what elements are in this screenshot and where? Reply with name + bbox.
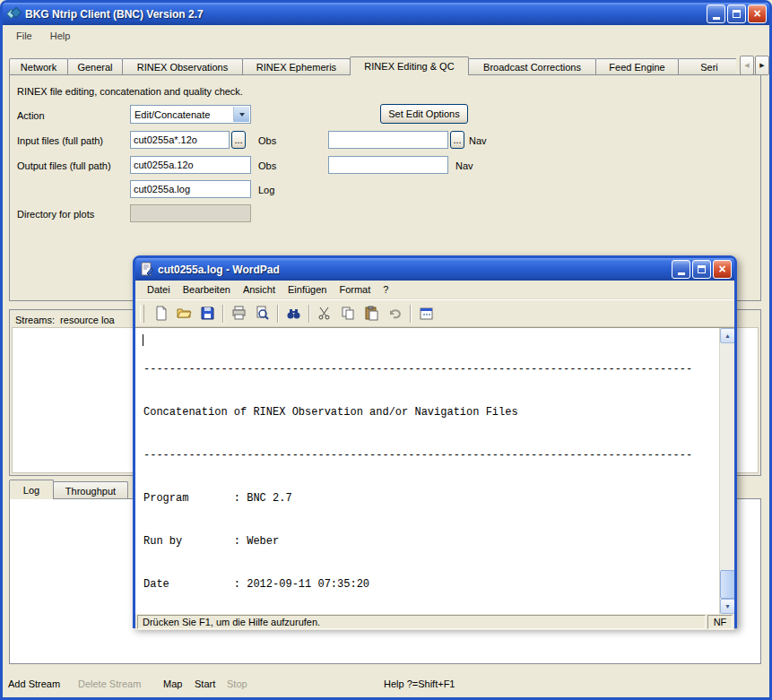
wordpad-maximize-button[interactable] xyxy=(692,260,711,279)
maximize-button[interactable] xyxy=(727,4,746,23)
delete-stream-button: Delete Stream xyxy=(78,677,141,691)
toolbar-separator xyxy=(277,305,278,323)
toolbar-separator xyxy=(308,305,309,323)
input-obs-field[interactable] xyxy=(130,131,230,149)
stop-button: Stop xyxy=(227,677,247,691)
help-button[interactable]: Help ?=Shift+F1 xyxy=(384,677,455,691)
tab-scroll-left-icon[interactable]: ◀ xyxy=(740,56,754,75)
undo-icon xyxy=(384,303,405,324)
desktop: BKG Ntrip Client (BNC) Version 2.7 × Fil… xyxy=(0,0,772,700)
tab-rinex-editing-qc[interactable]: RINEX Editing & QC xyxy=(350,56,469,75)
insert-datetime-icon[interactable] xyxy=(415,303,437,324)
menu-format[interactable]: Format xyxy=(333,282,377,297)
vertical-scrollbar[interactable]: ▲ ▼ xyxy=(719,328,734,614)
output-files-label: Output files (full path) xyxy=(17,160,111,171)
tab-general[interactable]: General xyxy=(67,58,123,75)
input-files-label: Input files (full path) xyxy=(17,135,103,146)
log-line: Run by : Weber xyxy=(143,534,719,549)
bottom-tab-log[interactable]: Log xyxy=(9,480,54,499)
scroll-down-icon[interactable]: ▼ xyxy=(720,599,734,614)
bottom-action-bar: Add Stream Delete Stream Map Start Stop … xyxy=(3,677,769,696)
log-line: Program : BNC 2.7 xyxy=(143,491,719,506)
wordpad-titlebar[interactable]: cut0255a.log - WordPad × xyxy=(135,258,734,281)
wordpad-toolbar xyxy=(135,299,734,327)
print-preview-icon[interactable] xyxy=(251,303,273,324)
wordpad-app-icon xyxy=(140,262,154,278)
new-document-icon[interactable] xyxy=(150,303,171,324)
toolbar-separator xyxy=(222,305,223,323)
wordpad-close-button[interactable]: × xyxy=(713,260,732,279)
tab-network[interactable]: Network xyxy=(9,58,68,75)
tab-rinex-observations[interactable]: RINEX Observations xyxy=(122,58,243,75)
input-nav-field[interactable] xyxy=(328,131,448,149)
plots-dir-label: Directory for plots xyxy=(17,209,94,220)
tab-scroll-right-icon[interactable]: ▶ xyxy=(755,56,769,75)
menu-hilfe[interactable]: ? xyxy=(377,282,395,297)
save-icon[interactable] xyxy=(196,303,218,324)
input-obs-browse-button[interactable]: ... xyxy=(231,131,246,149)
tab-serial[interactable]: Seri xyxy=(678,58,736,75)
tab-feed-engine[interactable]: Feed Engine xyxy=(595,58,679,75)
menu-file[interactable]: File xyxy=(11,29,38,43)
bnc-titlebar[interactable]: BKG Ntrip Client (BNC) Version 2.7 × xyxy=(3,3,769,25)
output-nav-label: Nav xyxy=(455,160,473,171)
document-text: ----------------------------------------… xyxy=(135,328,719,614)
menu-help[interactable]: Help xyxy=(45,29,76,43)
cut-icon[interactable] xyxy=(314,303,335,324)
bnc-window-title: BKG Ntrip Client (BNC) Version 2.7 xyxy=(25,8,204,21)
wordpad-window-title: cut0255a.log - WordPad xyxy=(158,264,280,276)
menu-einfuegen[interactable]: Einfügen xyxy=(282,282,333,297)
panel-description: RINEX file editing, concatenation and qu… xyxy=(17,86,243,97)
bottom-tab-throughput[interactable]: Throughput xyxy=(53,481,128,499)
input-obs-label: Obs xyxy=(258,135,276,146)
bnc-app-icon xyxy=(7,6,22,22)
bnc-tabbar: Network General RINEX Observations RINEX… xyxy=(9,56,736,75)
bnc-menubar: File Help xyxy=(3,25,75,47)
action-combobox-value: Edit/Concatenate xyxy=(134,109,210,120)
minimize-button[interactable] xyxy=(707,4,725,23)
add-stream-button[interactable]: Add Stream xyxy=(8,677,60,691)
output-obs-label: Obs xyxy=(258,160,276,171)
action-label: Action xyxy=(17,110,45,121)
paste-icon[interactable] xyxy=(360,303,382,324)
menu-datei[interactable]: Datei xyxy=(141,282,177,297)
wordpad-window: cut0255a.log - WordPad × Datei Bearbeite… xyxy=(133,255,737,628)
plots-dir-field xyxy=(130,204,251,222)
log-line: Date : 2012-09-11 07:35:20 xyxy=(143,577,719,592)
output-log-label: Log xyxy=(258,185,274,195)
wordpad-statusbar: Drücken Sie F1, um die Hilfe aufzurufen.… xyxy=(135,614,734,630)
copy-icon[interactable] xyxy=(337,303,359,324)
tab-broadcast-corrections[interactable]: Broadcast Corrections xyxy=(468,58,596,75)
wordpad-minimize-button[interactable] xyxy=(672,260,690,279)
tab-rinex-ephemeris[interactable]: RINEX Ephemeris xyxy=(242,58,351,75)
find-icon[interactable] xyxy=(282,303,304,324)
output-nav-field[interactable] xyxy=(328,156,448,174)
toolbar-grip[interactable] xyxy=(140,305,144,323)
map-button[interactable]: Map xyxy=(163,677,182,691)
status-hint: Drücken Sie F1, um die Hilfe aufzurufen. xyxy=(137,615,706,629)
scrollbar-thumb[interactable] xyxy=(720,570,734,599)
wordpad-menubar: Datei Bearbeiten Ansicht Einfügen Format… xyxy=(135,281,734,299)
input-nav-browse-button[interactable]: ... xyxy=(450,131,464,149)
chevron-down-icon[interactable] xyxy=(233,107,249,122)
set-edit-options-button[interactable]: Set Edit Options xyxy=(380,104,468,124)
print-icon[interactable] xyxy=(228,303,249,324)
output-obs-field[interactable] xyxy=(130,156,251,174)
open-icon[interactable] xyxy=(173,303,195,324)
menu-ansicht[interactable]: Ansicht xyxy=(237,282,282,297)
menu-bearbeiten[interactable]: Bearbeiten xyxy=(177,282,237,297)
wordpad-document[interactable]: ----------------------------------------… xyxy=(135,327,734,614)
input-nav-label: Nav xyxy=(469,135,487,146)
close-button[interactable]: × xyxy=(748,4,767,23)
output-log-field[interactable] xyxy=(130,180,251,198)
status-numlock: NF xyxy=(707,615,733,629)
log-line: Concatenation of RINEX Observation and/o… xyxy=(143,405,719,419)
log-line: ----------------------------------------… xyxy=(143,362,719,376)
toolbar-separator xyxy=(410,305,411,323)
log-line: ----------------------------------------… xyxy=(143,448,719,462)
tab-scroll-buttons: ◀ ▶ xyxy=(739,56,769,75)
action-combobox[interactable]: Edit/Concatenate xyxy=(130,105,251,124)
scroll-up-icon[interactable]: ▲ xyxy=(720,328,734,343)
start-button[interactable]: Start xyxy=(195,677,215,691)
streams-label: Streams: resource loa xyxy=(15,315,115,325)
